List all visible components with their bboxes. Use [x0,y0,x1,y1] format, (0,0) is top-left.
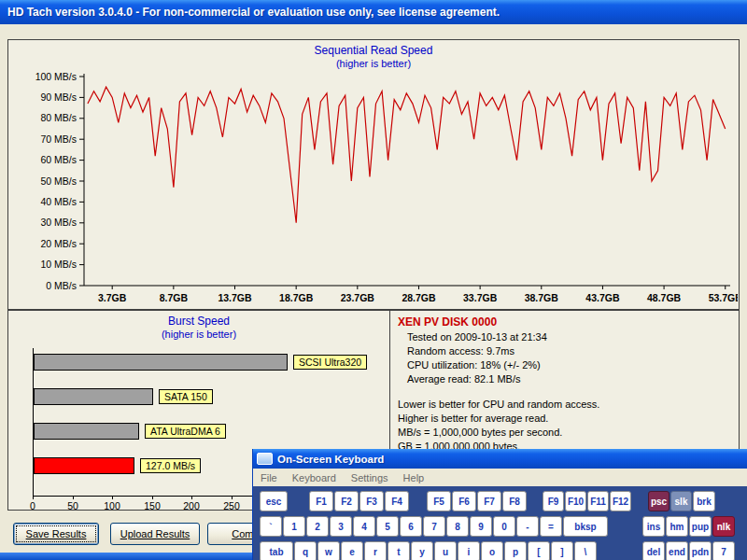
key-f10[interactable]: F10 [565,491,586,511]
key-6[interactable]: 6 [400,516,422,537]
key-row: escF1F2F3F4F5F6F7F8F9F10F11F12pscslkbrk [260,491,747,511]
key-bksp[interactable]: bksp [563,516,608,537]
svg-text:20 MB/s: 20 MB/s [40,238,77,249]
menu-settings[interactable]: Settings [344,472,396,483]
burst-chart-subtitle: (higher is better) [8,329,389,342]
key-f1[interactable]: F1 [309,491,333,511]
svg-text:18.7GB: 18.7GB [279,292,314,303]
key-brk[interactable]: brk [693,491,715,511]
key-7[interactable]: 7 [423,516,445,537]
key-q[interactable]: q [294,541,317,560]
key-t[interactable]: t [388,541,410,560]
burst-axis-tick [73,496,74,499]
key-del[interactable]: del [642,541,665,560]
key-psc[interactable]: psc [648,491,669,511]
key-f7[interactable]: F7 [477,491,501,511]
key-pdn[interactable]: pdn [689,541,712,560]
key-5[interactable]: 5 [376,516,399,537]
on-screen-keyboard-window: On-Screen Keyboard File Keyboard Setting… [252,449,747,560]
key-f9[interactable]: F9 [543,491,564,511]
tested-on-line: Tested on 2009-10-13 at 21:34 [407,330,731,344]
burst-bar-label: ATA UltraDMA 6 [145,424,226,439]
key-e[interactable]: e [341,541,363,560]
key-0[interactable]: 0 [493,516,515,537]
random-access-line: Random access: 9.7ms [407,344,731,358]
key-9[interactable]: 9 [470,516,492,537]
upload-results-button[interactable]: Upload Results [110,523,200,545]
key-slk[interactable]: slk [670,491,692,511]
info-notes: Lower is better for CPU and random acces… [398,398,731,454]
key-pup[interactable]: pup [689,516,712,537]
cpu-utilization-line: CPU utilization: 18% (+/- 2%) [407,358,731,372]
key-sym[interactable]: = [540,516,562,537]
key-f11[interactable]: F11 [587,491,609,511]
key-sym[interactable]: [ [528,541,550,560]
key-row: `1234567890-=bkspinshmpupnlk [260,516,747,537]
svg-text:30 MB/s: 30 MB/s [40,217,77,228]
key-nlk[interactable]: nlk [712,516,735,537]
sequential-chart-svg: 100 MB/s90 MB/s80 MB/s70 MB/s60 MB/s50 M… [9,71,738,310]
key-f8[interactable]: F8 [502,491,527,511]
key-sym[interactable]: ] [551,541,573,560]
key-f4[interactable]: F4 [385,491,409,511]
note-line: Higher is better for average read. [398,412,731,426]
key-f6[interactable]: F6 [452,491,476,511]
key-f3[interactable]: F3 [359,491,384,511]
svg-text:40 MB/s: 40 MB/s [40,196,77,207]
menu-keyboard[interactable]: Keyboard [285,472,344,483]
sequential-read-panel: Sequential Read Speed (higher is better)… [7,39,740,310]
save-results-button[interactable]: Save Results [13,523,99,545]
svg-text:0 MB/s: 0 MB/s [46,280,77,291]
burst-axis-label: 200 [177,500,205,511]
key-y[interactable]: y [411,541,433,560]
disk-name: XEN PV DISK 0000 [398,315,731,329]
burst-axis-tick [152,496,153,499]
key-r[interactable]: r [364,541,387,560]
key-3[interactable]: 3 [330,516,352,537]
osk-menu-bar: File Keyboard Settings Help [253,469,747,487]
key-sym[interactable]: \ [574,541,597,560]
burst-axis-tick [33,496,34,499]
key-ins[interactable]: ins [642,516,665,537]
key-sym[interactable]: - [516,516,539,537]
key-esc[interactable]: esc [260,491,288,511]
svg-text:80 MB/s: 80 MB/s [40,112,77,123]
key-w[interactable]: w [317,541,340,560]
key-f5[interactable]: F5 [427,491,451,511]
burst-axis-label: 50 [59,500,87,511]
key-7[interactable]: 7 [712,541,735,560]
key-f2[interactable]: F2 [334,491,359,511]
note-line: Lower is better for CPU and random acces… [398,398,731,412]
osk-title-bar[interactable]: On-Screen Keyboard [253,449,747,469]
svg-text:100 MB/s: 100 MB/s [35,71,77,82]
burst-axis-label: 150 [138,500,166,511]
svg-text:90 MB/s: 90 MB/s [40,91,77,103]
svg-text:50 MB/s: 50 MB/s [40,175,77,187]
key-i[interactable]: i [458,541,480,560]
key-o[interactable]: o [481,541,503,560]
key-8[interactable]: 8 [446,516,469,537]
key-sym[interactable]: ` [260,516,282,537]
key-4[interactable]: 4 [353,516,375,537]
burst-bar [34,388,153,405]
svg-text:3.7GB: 3.7GB [98,292,127,303]
key-u[interactable]: u [434,541,457,560]
burst-bar-label: SATA 150 [159,389,213,404]
upload-results-label: Upload Results [120,528,190,539]
key-f12[interactable]: F12 [610,491,631,511]
menu-help[interactable]: Help [396,472,432,483]
burst-axis-tick [112,496,113,499]
key-p[interactable]: p [504,541,527,560]
key-2[interactable]: 2 [306,516,329,537]
key-1[interactable]: 1 [283,516,305,537]
menu-file[interactable]: File [253,472,285,483]
svg-text:33.7GB: 33.7GB [463,292,498,303]
svg-text:48.7GB: 48.7GB [647,292,682,303]
note-line: MB/s = 1,000,000 bytes per second. [398,426,731,440]
key-tab[interactable]: tab [260,541,293,560]
key-end[interactable]: end [666,541,688,560]
svg-text:13.7GB: 13.7GB [218,292,252,303]
key-hm[interactable]: hm [666,516,688,537]
burst-chart-title: Burst Speed [8,315,389,329]
svg-text:38.7GB: 38.7GB [525,292,559,303]
